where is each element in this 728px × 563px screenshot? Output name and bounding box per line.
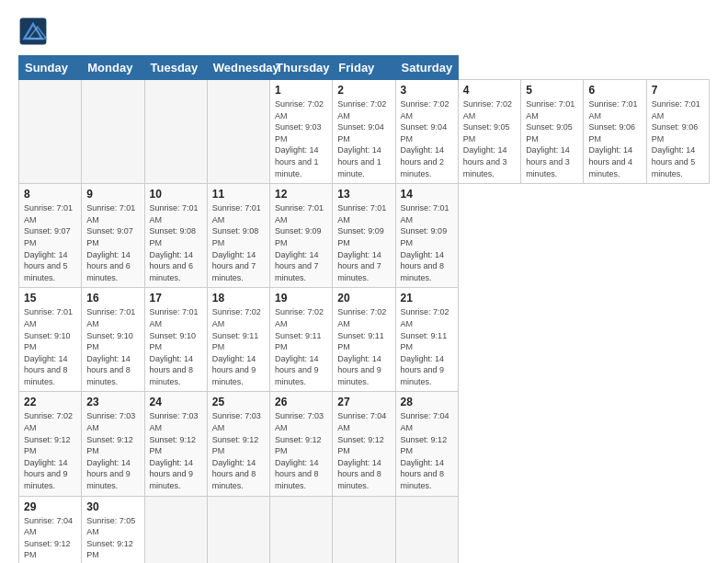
day-info: Sunrise: 7:01 AMSunset: 9:10 PMDaylight:… [150, 306, 202, 387]
day-number: 27 [337, 396, 390, 408]
day-number: 18 [212, 292, 265, 304]
day-info: Sunrise: 7:04 AMSunset: 9:12 PMDaylight:… [401, 410, 453, 491]
day-number: 17 [150, 292, 202, 304]
day-info: Sunrise: 7:01 AMSunset: 9:06 PMDaylight:… [588, 98, 641, 179]
day-number: 11 [212, 188, 265, 201]
calendar-cell: 17Sunrise: 7:01 AMSunset: 9:10 PMDayligh… [144, 288, 207, 392]
day-info: Sunrise: 7:01 AMSunset: 9:09 PMDaylight:… [275, 202, 327, 283]
calendar-cell: 25Sunrise: 7:03 AMSunset: 9:12 PMDayligh… [207, 392, 269, 496]
calendar-cell: 21Sunrise: 7:02 AMSunset: 9:11 PMDayligh… [395, 288, 458, 392]
calendar-week-4: 29Sunrise: 7:04 AMSunset: 9:12 PMDayligh… [19, 496, 710, 563]
day-info: Sunrise: 7:02 AMSunset: 9:05 PMDaylight:… [463, 98, 516, 179]
day-info: Sunrise: 7:01 AMSunset: 9:09 PMDaylight:… [337, 202, 390, 283]
calendar-header-row: SundayMondayTuesdayWednesdayThursdayFrid… [19, 56, 710, 80]
day-info: Sunrise: 7:02 AMSunset: 9:12 PMDaylight:… [24, 410, 76, 491]
calendar-cell: 9Sunrise: 7:01 AMSunset: 9:07 PMDaylight… [82, 184, 144, 288]
day-number: 19 [275, 292, 327, 304]
calendar-week-2: 15Sunrise: 7:01 AMSunset: 9:10 PMDayligh… [19, 288, 710, 392]
calendar-header-wednesday: Wednesday [207, 56, 269, 80]
day-number: 24 [150, 396, 202, 408]
calendar-cell: 11Sunrise: 7:01 AMSunset: 9:08 PMDayligh… [207, 184, 269, 288]
calendar-cell: 10Sunrise: 7:01 AMSunset: 9:08 PMDayligh… [144, 184, 207, 288]
day-number: 13 [337, 188, 390, 201]
calendar-cell: 2Sunrise: 7:02 AMSunset: 9:04 PMDaylight… [333, 80, 395, 184]
calendar-cell: 30Sunrise: 7:05 AMSunset: 9:12 PMDayligh… [82, 496, 144, 563]
calendar-cell [270, 496, 333, 563]
day-info: Sunrise: 7:02 AMSunset: 9:11 PMDaylight:… [275, 306, 327, 387]
calendar-header-friday: Friday [333, 56, 395, 80]
day-number: 7 [652, 84, 704, 97]
calendar-cell: 1Sunrise: 7:02 AMSunset: 9:03 PMDaylight… [270, 80, 333, 184]
day-number: 25 [212, 396, 265, 408]
day-number: 15 [24, 292, 76, 304]
day-info: Sunrise: 7:01 AMSunset: 9:07 PMDaylight:… [24, 202, 76, 283]
calendar-table: SundayMondayTuesdayWednesdayThursdayFrid… [18, 55, 710, 563]
day-number: 20 [337, 292, 390, 304]
day-number: 28 [401, 396, 453, 408]
calendar-cell [19, 80, 82, 184]
day-number: 5 [526, 84, 578, 97]
day-info: Sunrise: 7:02 AMSunset: 9:11 PMDaylight:… [337, 306, 390, 387]
day-number: 9 [86, 188, 139, 201]
calendar-cell: 24Sunrise: 7:03 AMSunset: 9:12 PMDayligh… [144, 392, 207, 496]
calendar-cell: 20Sunrise: 7:02 AMSunset: 9:11 PMDayligh… [333, 288, 395, 392]
logo [18, 17, 51, 46]
day-number: 4 [463, 84, 516, 97]
calendar-cell [82, 80, 144, 184]
day-number: 21 [401, 292, 453, 304]
calendar-cell: 29Sunrise: 7:04 AMSunset: 9:12 PMDayligh… [19, 496, 82, 563]
day-info: Sunrise: 7:02 AMSunset: 9:03 PMDaylight:… [275, 98, 327, 179]
day-info: Sunrise: 7:01 AMSunset: 9:10 PMDaylight:… [86, 306, 139, 387]
calendar-cell: 8Sunrise: 7:01 AMSunset: 9:07 PMDaylight… [19, 184, 82, 288]
day-info: Sunrise: 7:02 AMSunset: 9:11 PMDaylight:… [401, 306, 453, 387]
calendar-cell: 14Sunrise: 7:01 AMSunset: 9:09 PMDayligh… [395, 184, 458, 288]
calendar-cell: 26Sunrise: 7:03 AMSunset: 9:12 PMDayligh… [270, 392, 333, 496]
page: SundayMondayTuesdayWednesdayThursdayFrid… [0, 0, 728, 563]
day-number: 22 [24, 396, 76, 408]
day-info: Sunrise: 7:04 AMSunset: 9:12 PMDaylight:… [337, 410, 390, 491]
day-number: 12 [275, 188, 327, 201]
calendar-cell: 12Sunrise: 7:01 AMSunset: 9:09 PMDayligh… [270, 184, 333, 288]
day-info: Sunrise: 7:01 AMSunset: 9:09 PMDaylight:… [401, 202, 453, 283]
calendar-header-sunday: Sunday [19, 56, 82, 80]
calendar-cell [207, 496, 269, 563]
calendar-cell: 6Sunrise: 7:01 AMSunset: 9:06 PMDaylight… [584, 80, 646, 184]
calendar-cell [144, 80, 207, 184]
calendar-cell: 7Sunrise: 7:01 AMSunset: 9:06 PMDaylight… [646, 80, 709, 184]
day-number: 23 [86, 396, 139, 408]
calendar-cell: 23Sunrise: 7:03 AMSunset: 9:12 PMDayligh… [82, 392, 144, 496]
calendar-week-0: 1Sunrise: 7:02 AMSunset: 9:03 PMDaylight… [19, 80, 710, 184]
day-info: Sunrise: 7:04 AMSunset: 9:12 PMDaylight:… [24, 515, 76, 563]
calendar-cell: 3Sunrise: 7:02 AMSunset: 9:04 PMDaylight… [395, 80, 458, 184]
day-info: Sunrise: 7:03 AMSunset: 9:12 PMDaylight:… [86, 410, 139, 491]
day-number: 6 [588, 84, 641, 97]
calendar-cell: 15Sunrise: 7:01 AMSunset: 9:10 PMDayligh… [19, 288, 82, 392]
calendar-week-1: 8Sunrise: 7:01 AMSunset: 9:07 PMDaylight… [19, 184, 710, 288]
calendar-cell [144, 496, 207, 563]
calendar-cell: 22Sunrise: 7:02 AMSunset: 9:12 PMDayligh… [19, 392, 82, 496]
calendar-cell [395, 496, 458, 563]
day-info: Sunrise: 7:02 AMSunset: 9:04 PMDaylight:… [337, 98, 390, 179]
calendar-cell: 19Sunrise: 7:02 AMSunset: 9:11 PMDayligh… [270, 288, 333, 392]
day-number: 14 [401, 188, 453, 201]
day-info: Sunrise: 7:01 AMSunset: 9:08 PMDaylight:… [212, 202, 265, 283]
calendar-header-thursday: Thursday [270, 56, 333, 80]
day-info: Sunrise: 7:01 AMSunset: 9:07 PMDaylight:… [86, 202, 139, 283]
day-info: Sunrise: 7:01 AMSunset: 9:08 PMDaylight:… [150, 202, 202, 283]
day-number: 3 [401, 84, 453, 97]
calendar-cell: 4Sunrise: 7:02 AMSunset: 9:05 PMDaylight… [458, 80, 520, 184]
calendar-header-monday: Monday [82, 56, 144, 80]
calendar-cell: 18Sunrise: 7:02 AMSunset: 9:11 PMDayligh… [207, 288, 269, 392]
calendar-cell: 5Sunrise: 7:01 AMSunset: 9:05 PMDaylight… [521, 80, 584, 184]
day-info: Sunrise: 7:03 AMSunset: 9:12 PMDaylight:… [275, 410, 327, 491]
calendar-cell [207, 80, 269, 184]
calendar-cell [333, 496, 395, 563]
day-info: Sunrise: 7:01 AMSunset: 9:10 PMDaylight:… [24, 306, 76, 387]
day-number: 10 [150, 188, 202, 201]
calendar-cell: 16Sunrise: 7:01 AMSunset: 9:10 PMDayligh… [82, 288, 144, 392]
calendar-header-saturday: Saturday [395, 56, 458, 80]
day-number: 26 [275, 396, 327, 408]
day-number: 1 [275, 84, 327, 97]
day-number: 29 [24, 500, 76, 513]
day-number: 2 [337, 84, 390, 97]
